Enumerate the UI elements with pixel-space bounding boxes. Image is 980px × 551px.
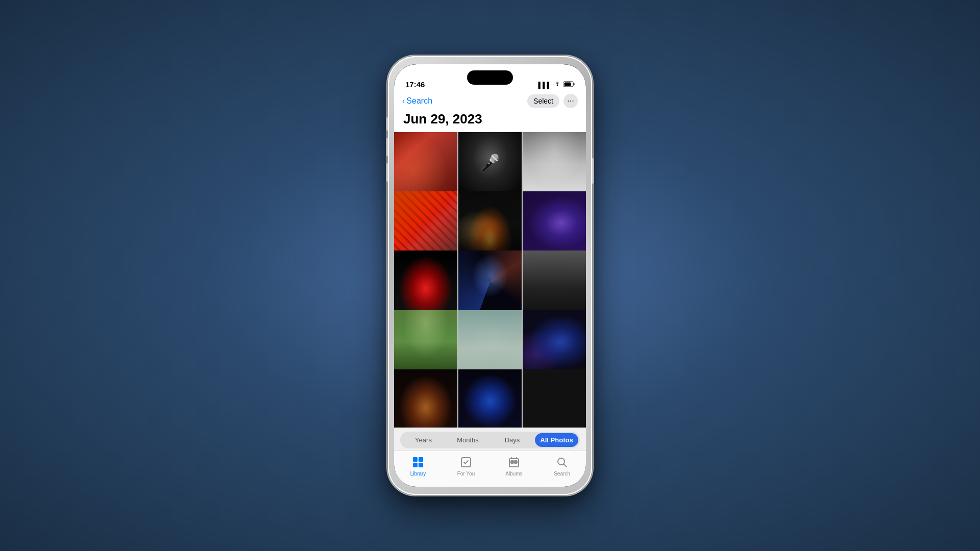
photo-cell[interactable] [523, 369, 586, 428]
photo-cell[interactable] [394, 251, 457, 314]
wifi-icon [554, 82, 561, 89]
svg-line-12 [564, 464, 567, 467]
dynamic-island [467, 70, 513, 85]
header-actions: Select ··· [527, 94, 578, 108]
photo-cell[interactable] [394, 191, 457, 255]
select-button[interactable]: Select [527, 94, 559, 108]
screen-content: 17:46 ▌▌▌ [394, 64, 586, 487]
tab-days[interactable]: Days [491, 433, 534, 447]
tab-for-you[interactable]: For You [442, 455, 490, 477]
photo-cell[interactable] [458, 191, 522, 255]
tab-bar: Library For You [394, 450, 586, 487]
svg-rect-9 [511, 461, 513, 463]
svg-rect-5 [413, 463, 418, 467]
phone-device: 17:46 ▌▌▌ [388, 56, 592, 495]
photo-cell[interactable] [523, 191, 586, 255]
photo-cell[interactable] [458, 310, 522, 373]
photo-cell[interactable] [523, 132, 586, 195]
tab-for-you-label: For You [457, 471, 475, 477]
tab-library-label: Library [410, 471, 426, 477]
photo-cell[interactable] [523, 251, 586, 314]
photo-cell[interactable] [458, 251, 522, 314]
svg-rect-1 [574, 83, 575, 85]
date-title: Jun 29, 2023 [402, 111, 578, 127]
for-you-icon [460, 455, 472, 469]
library-icon [412, 455, 424, 469]
battery-icon [564, 81, 575, 89]
svg-rect-2 [565, 83, 571, 86]
tab-all-photos[interactable]: All Photos [535, 433, 578, 447]
power-button[interactable] [592, 158, 594, 184]
more-button[interactable]: ··· [564, 94, 578, 108]
tab-albums[interactable]: Albums [490, 455, 538, 477]
mute-button[interactable] [386, 117, 388, 131]
volume-down-button[interactable] [386, 163, 388, 182]
svg-rect-10 [514, 461, 517, 463]
photo-cell[interactable] [394, 132, 457, 195]
tab-search[interactable]: Search [538, 455, 586, 477]
photo-cell[interactable] [523, 310, 586, 373]
photo-cell[interactable] [394, 310, 457, 373]
signal-icon: ▌▌▌ [538, 82, 551, 89]
tab-albums-label: Albums [505, 471, 522, 477]
photo-grid [394, 132, 586, 428]
status-icons: ▌▌▌ [538, 81, 575, 89]
photo-cell[interactable] [458, 132, 522, 195]
view-pill: Years Months Days All Photos [400, 432, 580, 448]
tab-months[interactable]: Months [446, 433, 489, 447]
phone-screen: 17:46 ▌▌▌ [394, 64, 586, 487]
volume-up-button[interactable] [386, 138, 388, 156]
header-top: ‹ Search Select ··· [402, 94, 578, 108]
header: ‹ Search Select ··· Jun 29, 2023 [394, 92, 586, 132]
albums-icon [508, 455, 520, 469]
back-label[interactable]: Search [406, 96, 432, 106]
back-chevron-icon: ‹ [402, 96, 405, 106]
photo-cell[interactable] [458, 369, 522, 428]
back-button[interactable]: ‹ Search [402, 96, 432, 106]
svg-rect-3 [413, 457, 418, 462]
tab-search-label: Search [554, 471, 570, 477]
search-icon [556, 455, 568, 469]
status-time: 17:46 [405, 80, 425, 89]
svg-rect-6 [419, 463, 423, 467]
photo-cell[interactable] [394, 369, 457, 428]
more-icon: ··· [567, 96, 574, 106]
tab-years[interactable]: Years [402, 433, 445, 447]
view-selector: Years Months Days All Photos [394, 428, 586, 450]
phone-body: 17:46 ▌▌▌ [388, 56, 592, 495]
tab-library[interactable]: Library [394, 455, 442, 477]
svg-rect-4 [419, 457, 423, 462]
